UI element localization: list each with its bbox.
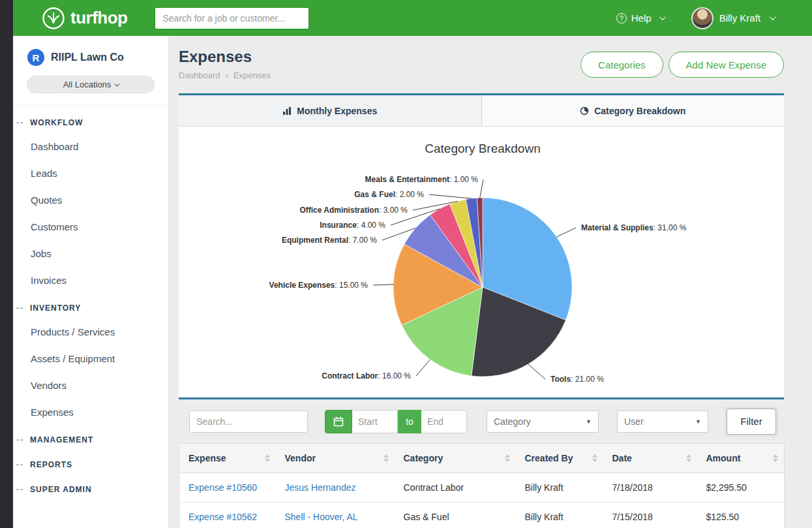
chevron-down-icon (770, 14, 776, 20)
page-title: Expenses (179, 48, 271, 66)
user-menu[interactable]: Billy Kraft (691, 7, 774, 29)
tab-bar: Monthly Expenses Category Breakdown (179, 95, 784, 127)
company-logo: R (27, 49, 44, 66)
help-menu[interactable]: ? Help (616, 12, 664, 23)
sort-icon[interactable] (686, 454, 691, 462)
column-header-expense[interactable]: Expense (179, 444, 276, 473)
sort-icon[interactable] (265, 454, 270, 462)
pie-leader-line (373, 285, 393, 285)
column-header-vendor[interactable]: Vendor (276, 444, 395, 473)
sidebar-item-jobs[interactable]: Jobs (13, 240, 168, 267)
expense-link[interactable]: Expense #10562 (188, 512, 257, 522)
main-content: Expenses Dashboard › Expenses Categories… (168, 36, 812, 528)
section-label: WORKFLOW (30, 118, 83, 127)
section-label: SUPER ADMIN (30, 485, 92, 494)
date-cell: 7/15/2018 (603, 503, 697, 528)
breadcrumb: Dashboard › Expenses (179, 70, 271, 80)
column-header-date[interactable]: Date (603, 444, 697, 473)
table-row: Expense #10562Shell - Hoover, ALGas & Fu… (179, 503, 785, 528)
pie-label-meals-entertainment: Meals & Entertainment: 1.00 % (365, 175, 479, 184)
category-cell: Contract Labor (395, 473, 516, 503)
created_by-cell: Billy Kraft (516, 503, 603, 528)
pie-chart: Category BreakdownMaterial & Supplies: 3… (179, 127, 784, 397)
section-dashes-icon: -- (16, 485, 24, 494)
breadcrumb-expenses: Expenses (233, 70, 271, 80)
pie-label-vehicle-expenses: Vehicle Expenses: 15.00 % (269, 281, 368, 290)
date-to-label: to (398, 410, 421, 433)
expenses-panel: Monthly Expenses Category Breakdown Cate… (179, 93, 784, 528)
date-start-input[interactable] (352, 410, 398, 433)
filter-button[interactable]: Filter (727, 409, 776, 435)
vendor-link[interactable]: Shell - Hoover, AL (285, 512, 358, 522)
pie-label-insurance: Insurance: 4.00 % (320, 221, 385, 230)
sidebar-item-customers[interactable]: Customers (13, 213, 168, 240)
sidebar-section-workflow[interactable]: --WORKFLOW (13, 108, 168, 133)
chart-area: Category BreakdownMaterial & Supplies: 3… (179, 127, 784, 397)
sidebar-item-leads[interactable]: Leads (13, 160, 168, 187)
sort-icon[interactable] (383, 454, 389, 462)
table-search-input[interactable] (189, 411, 308, 433)
sidebar-item-assets-equipment[interactable]: Assets / Equipment (13, 345, 168, 372)
add-new-expense-button[interactable]: Add New Expense (669, 52, 784, 78)
section-dashes-icon: -- (16, 435, 24, 444)
user-filter-select[interactable]: User ▼ (617, 411, 708, 433)
global-search-input[interactable] (155, 7, 309, 29)
turfhop-logo-icon (42, 7, 65, 30)
sidebar: R RIIPL Lawn Co All Locations --WORKFLOW… (13, 36, 168, 528)
column-header-amount[interactable]: Amount (697, 444, 785, 473)
sidebar-item-quotes[interactable]: Quotes (13, 187, 168, 213)
section-label: MANAGEMENT (30, 435, 93, 444)
pie-leader-line (429, 194, 472, 198)
pie-label-equipment-rental: Equipment Rental: 7.00 % (282, 236, 377, 245)
chevron-down-icon (115, 81, 120, 86)
tab-category-breakdown[interactable]: Category Breakdown (481, 95, 785, 126)
category-cell: Gas & Fuel (395, 503, 516, 528)
sidebar-section-super-admin[interactable]: --SUPER ADMIN (13, 475, 168, 500)
column-header-created-by[interactable]: Created By (516, 444, 603, 473)
bar-chart-icon (282, 106, 292, 116)
top-header: turfhop ? Help Billy Kraft (13, 0, 812, 36)
expense-cell: Expense #10560 (179, 473, 276, 503)
sidebar-item-dashboard[interactable]: Dashboard (13, 133, 168, 160)
date-cell: 7/18/2018 (603, 473, 697, 503)
location-selector[interactable]: All Locations (27, 76, 155, 93)
section-label: REPORTS (30, 460, 72, 469)
sort-icon[interactable] (505, 454, 510, 462)
vendor-cell: Shell - Hoover, AL (276, 503, 395, 528)
date-end-input[interactable] (421, 410, 467, 433)
sort-icon[interactable] (773, 454, 778, 462)
categories-button[interactable]: Categories (580, 52, 663, 78)
expense-link[interactable]: Expense #10560 (188, 482, 257, 493)
chevron-down-icon (659, 14, 666, 20)
pie-leader-line (416, 360, 430, 376)
sort-icon[interactable] (592, 454, 597, 462)
column-header-category[interactable]: Category (395, 444, 516, 473)
sidebar-section-reports[interactable]: --REPORTS (13, 450, 168, 475)
sidebar-nav: --WORKFLOWDashboardLeadsQuotesCustomersJ… (13, 106, 168, 500)
table-header-row: ExpenseVendorCategoryCreated ByDateAmoun… (179, 444, 785, 473)
sidebar-section-management[interactable]: --MANAGEMENT (13, 426, 168, 450)
sidebar-item-products-services[interactable]: Products / Services (13, 318, 168, 345)
column-label: Expense (188, 453, 226, 463)
tab-monthly-expenses[interactable]: Monthly Expenses (179, 95, 481, 126)
category-filter-value: Category (494, 416, 531, 427)
app-logo[interactable]: turfhop (42, 7, 127, 30)
breadcrumb-dashboard[interactable]: Dashboard (179, 70, 220, 80)
sidebar-section-inventory[interactable]: --INVENTORY (13, 294, 168, 318)
brand-name: turfhop (70, 8, 127, 28)
created_by-cell: Billy Kraft (516, 473, 603, 503)
date-range-group: to (325, 410, 467, 433)
vendor-link[interactable]: Jesus Hernandez (285, 482, 356, 493)
page-actions: Categories Add New Expense (580, 52, 784, 93)
pie-label-tools: Tools: 21.00 % (550, 375, 604, 384)
sidebar-item-vendors[interactable]: Vendors (13, 372, 168, 399)
company-header[interactable]: R RIIPL Lawn Co (13, 49, 168, 66)
pie-label-office-administration: Office Administration: 3.00 % (299, 206, 408, 215)
help-icon: ? (616, 13, 627, 23)
calendar-icon (333, 416, 344, 427)
category-filter-select[interactable]: Category ▼ (487, 411, 599, 433)
calendar-button[interactable] (325, 410, 352, 433)
sidebar-item-expenses[interactable]: Expenses (13, 399, 168, 426)
expenses-table: ExpenseVendorCategoryCreated ByDateAmoun… (179, 443, 785, 528)
sidebar-item-invoices[interactable]: Invoices (13, 267, 168, 294)
